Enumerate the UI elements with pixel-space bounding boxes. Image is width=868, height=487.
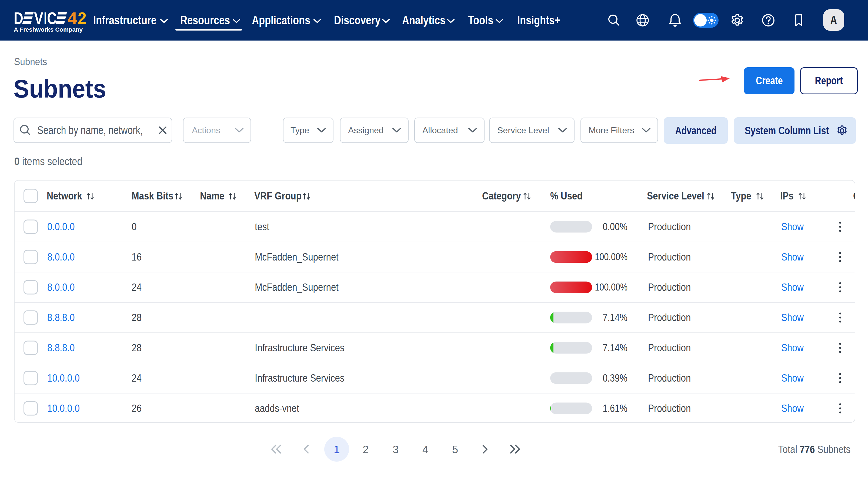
svg-text:A Freshworks Company: A Freshworks Company	[14, 26, 83, 33]
svg-text:4: 4	[67, 9, 77, 28]
svg-text:V: V	[34, 9, 43, 28]
svg-text:I: I	[44, 9, 46, 28]
svg-text:C: C	[47, 9, 57, 28]
svg-text:D: D	[14, 9, 23, 28]
svg-text:2: 2	[78, 9, 87, 28]
